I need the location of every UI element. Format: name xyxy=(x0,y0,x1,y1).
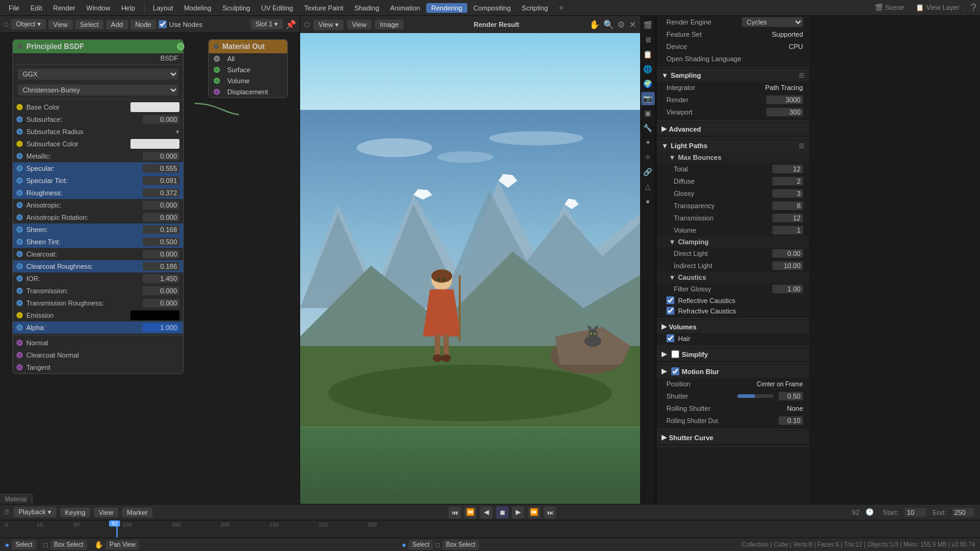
hair-checkbox[interactable] xyxy=(666,334,674,342)
node-node-btn[interactable]: Node xyxy=(130,20,156,29)
workspace-rendering[interactable]: Rendering xyxy=(426,3,467,13)
bsdf-specular-tint-socket[interactable] xyxy=(17,178,23,184)
render-engine-select[interactable]: Cycles xyxy=(742,17,803,27)
volumes-header[interactable]: ▶ Volumes xyxy=(657,320,809,333)
bsdf-cc-normal-socket[interactable] xyxy=(17,352,23,358)
bsdf-subsurface-value[interactable]: 0.000 xyxy=(143,115,179,124)
status-right-box-btn[interactable]: Box Select xyxy=(442,540,479,550)
workspace-shading[interactable]: Shading xyxy=(350,3,384,13)
workspace-texture-paint[interactable]: Texture Paint xyxy=(299,3,348,13)
status-right-select-btn[interactable]: Select xyxy=(409,540,433,550)
bsdf-trans-rough-socket[interactable] xyxy=(17,300,23,306)
prop-icon-constraints[interactable]: 🔗 xyxy=(641,165,655,179)
play-back-btn[interactable]: ◀ xyxy=(480,506,492,519)
bsdf-metallic-socket[interactable] xyxy=(17,153,23,159)
motion-blur-checkbox[interactable] xyxy=(671,367,679,375)
workspace-layout[interactable]: Layout xyxy=(148,3,178,13)
refractive-caustics-checkbox[interactable] xyxy=(666,307,674,315)
bsdf-sub-radius-socket[interactable] xyxy=(17,129,23,135)
diffuse-bounces-input[interactable] xyxy=(772,177,803,186)
bsdf-emission-socket[interactable] xyxy=(17,312,23,318)
caustics-header[interactable]: ▼ Caustics xyxy=(657,272,809,283)
view-btn[interactable]: View xyxy=(94,508,118,517)
object-select-btn[interactable]: Object ▾ xyxy=(11,19,46,29)
workspace-sculpting[interactable]: Sculpting xyxy=(217,3,255,13)
node-add-btn[interactable]: Add xyxy=(106,20,128,29)
bsdf-base-color-socket[interactable] xyxy=(17,104,23,110)
bsdf-transmission-socket[interactable] xyxy=(17,288,23,294)
stop-btn[interactable]: ⏹ xyxy=(496,506,508,519)
viewport-hand-icon[interactable]: ✋ xyxy=(589,20,600,29)
bsdf-roughness-socket[interactable] xyxy=(17,190,23,196)
total-bounces-input[interactable] xyxy=(772,165,803,173)
menu-help[interactable]: Help xyxy=(116,3,140,13)
bsdf-cc-rough-value[interactable]: 0.186 xyxy=(143,262,179,271)
bsdf-alpha-value[interactable]: 1.000 xyxy=(143,323,179,332)
material-tab[interactable]: Material xyxy=(0,494,32,504)
bsdf-subsurface-socket[interactable] xyxy=(17,116,23,122)
viewport-view2-btn[interactable]: View xyxy=(347,20,372,29)
material-output-node[interactable]: Material Out All Surface Volume Displace… xyxy=(208,39,288,98)
keying-btn[interactable]: Keying xyxy=(60,508,91,517)
bsdf-output-socket[interactable] xyxy=(177,43,184,50)
prop-icon-scene2[interactable]: 🌐 xyxy=(641,62,655,76)
bsdf-specular-socket[interactable] xyxy=(17,165,23,171)
bsdf-sheen-tint-value[interactable]: 0.500 xyxy=(143,238,179,246)
prop-icon-particles[interactable]: ✦ xyxy=(641,136,655,149)
marker-btn[interactable]: Marker xyxy=(122,508,153,517)
mo-volume-socket[interactable] xyxy=(214,78,220,84)
bsdf-roughness-value[interactable]: 0.372 xyxy=(143,189,179,197)
bsdf-transmission-value[interactable]: 0.000 xyxy=(143,287,179,295)
viewport-settings-icon[interactable]: ⚙ xyxy=(617,20,625,29)
add-workspace-btn[interactable]: ＋ xyxy=(557,2,565,13)
direct-light-input[interactable] xyxy=(772,249,803,258)
principled-bsdf-node[interactable]: Principled BSDF BSDF GGX xyxy=(12,39,184,374)
transparency-bounces-input[interactable] xyxy=(772,201,803,210)
bsdf-sub-color-socket[interactable] xyxy=(17,141,23,147)
bsdf-anisotropic-value[interactable]: 0.000 xyxy=(143,201,179,209)
bsdf-cc-rough-socket[interactable] xyxy=(17,263,23,269)
volume-bounces-input[interactable] xyxy=(772,226,803,234)
bsdf-sheen-value[interactable]: 0.168 xyxy=(143,225,179,234)
prop-icon-render[interactable]: 📷 xyxy=(641,92,655,105)
use-nodes-checkbox[interactable] xyxy=(159,20,167,28)
start-frame-input[interactable] xyxy=(905,508,926,517)
workspace-scripting[interactable]: Scripting xyxy=(517,3,553,13)
mo-displacement-socket[interactable] xyxy=(214,89,220,95)
help-icon[interactable]: ? xyxy=(971,2,976,13)
render-samples-input[interactable] xyxy=(766,96,803,104)
menu-window[interactable]: Window xyxy=(81,3,115,13)
filter-glossy-input[interactable] xyxy=(772,285,803,293)
bsdf-alpha-socket[interactable] xyxy=(17,324,23,331)
bsdf-tangent-socket[interactable] xyxy=(17,364,23,370)
light-paths-header[interactable]: ▼ Light Paths ☰ xyxy=(657,140,809,152)
menu-file[interactable]: File xyxy=(4,3,24,13)
bsdf-sheen-socket[interactable] xyxy=(17,227,23,233)
bsdf-distribution-select[interactable]: GGX xyxy=(18,69,178,80)
node-select-btn[interactable]: Select xyxy=(75,20,104,29)
menu-edit[interactable]: Edit xyxy=(26,3,47,13)
bsdf-anisotropic-socket[interactable] xyxy=(17,202,23,208)
viewport-view-btn[interactable]: View ▾ xyxy=(314,20,344,30)
shutter-slider-track[interactable] xyxy=(737,394,774,398)
slot-btn[interactable]: Slot 1 ▾ xyxy=(251,19,283,29)
menu-render[interactable]: Render xyxy=(48,3,80,13)
prop-icon-output[interactable]: 🖥 xyxy=(641,33,655,47)
timeline-track[interactable]: 0 10 50 100 150 200 210 220 250 92 xyxy=(0,520,980,538)
viewport-image-btn[interactable]: Image xyxy=(375,20,404,29)
viewport-scene[interactable] xyxy=(300,33,640,504)
viewport-zoom-icon[interactable]: 🔍 xyxy=(603,20,614,29)
bsdf-clearcoat-value[interactable]: 0.000 xyxy=(143,250,179,258)
end-frame-input[interactable] xyxy=(952,508,974,517)
simplify-checkbox[interactable] xyxy=(671,350,679,358)
bsdf-ior-socket[interactable] xyxy=(17,276,23,282)
workspace-modeling[interactable]: Modeling xyxy=(179,3,217,13)
indirect-light-input[interactable] xyxy=(772,261,803,270)
bsdf-sub-color-swatch[interactable] xyxy=(130,139,179,149)
bsdf-metallic-value[interactable]: 0.000 xyxy=(143,152,179,160)
bsdf-sub-radius-dropdown[interactable]: ▾ xyxy=(176,128,179,136)
viewport-close-icon[interactable]: ✕ xyxy=(629,20,636,29)
bsdf-aniso-rot-socket[interactable] xyxy=(17,214,23,220)
simplify-header[interactable]: ▶ Simplify xyxy=(657,348,809,361)
bsdf-clearcoat-socket[interactable] xyxy=(17,251,23,257)
